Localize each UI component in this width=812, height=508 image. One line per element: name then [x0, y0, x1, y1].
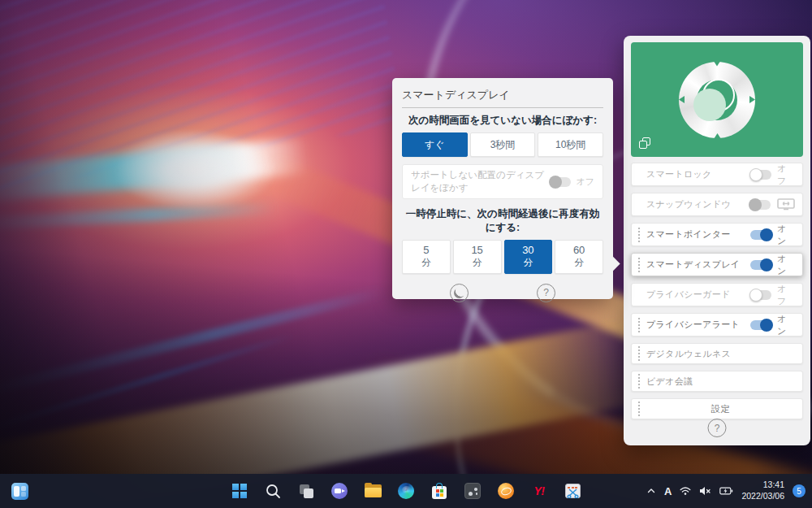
blur-option-3s[interactable]: 3秒間 — [470, 132, 536, 157]
blur-delay-heading: 次の時間画面を見ていない場合にぼかす: — [402, 114, 603, 127]
ime-indicator[interactable]: A — [664, 485, 672, 497]
drag-handle[interactable] — [637, 228, 641, 242]
dual-display-icon — [777, 198, 795, 211]
resume-option-30min[interactable]: 30 分 — [504, 240, 553, 274]
chat-icon — [331, 483, 348, 499]
utility-app-icon — [464, 483, 481, 499]
task-view-icon — [298, 483, 314, 499]
drag-handle[interactable] — [637, 258, 641, 272]
row-video-conference[interactable]: ビデオ会議 — [631, 371, 803, 392]
orange-app-icon — [498, 483, 514, 499]
smart-display-flyout: スマートディスプレイ 次の時間画面を見ていない場合にぼかす: すぐ 3秒間 10… — [392, 78, 613, 299]
store-bag-icon — [432, 486, 447, 499]
orange-app-button[interactable] — [496, 481, 516, 501]
taskbar: Y! A — [0, 474, 812, 508]
snap-window-toggle[interactable] — [749, 200, 771, 210]
blur-delay-options: すぐ 3秒間 10秒間 — [402, 132, 603, 157]
drag-handle[interactable] — [637, 374, 641, 389]
file-explorer-button[interactable] — [363, 481, 382, 501]
taskbar-clock[interactable]: 13:41 2022/03/06 — [741, 480, 784, 501]
volume-button[interactable] — [699, 486, 711, 496]
battery-button[interactable] — [719, 486, 733, 496]
unsupported-display-state: オフ — [576, 176, 594, 188]
snipping-tool-button[interactable] — [563, 481, 582, 501]
resume-delay-options: 5 分 15 分 30 分 60 分 — [402, 240, 603, 274]
row-privacy-alert[interactable]: プライバシーアラート オン — [631, 313, 803, 336]
yahoo-icon: Y! — [534, 484, 545, 497]
panel-header-card — [631, 42, 803, 157]
smart-pointer-toggle[interactable] — [750, 230, 771, 240]
volume-muted-icon — [699, 486, 711, 496]
snipping-tool-icon — [565, 484, 581, 498]
flyout-footer: ? — [402, 284, 603, 302]
wifi-icon — [680, 486, 691, 496]
unsupported-display-toggle[interactable] — [550, 177, 571, 187]
battery-charging-icon — [719, 486, 733, 496]
microsoft-store-button[interactable] — [430, 481, 449, 501]
resume-option-5min[interactable]: 5 分 — [402, 240, 451, 274]
copy-stack-icon[interactable] — [639, 137, 651, 150]
task-view-button[interactable] — [296, 481, 316, 501]
row-settings[interactable]: 設定 — [631, 398, 803, 419]
blur-option-10s[interactable]: 10秒間 — [538, 132, 603, 157]
app-logo-icon — [679, 62, 755, 138]
flyout-title: スマートディスプレイ — [402, 86, 603, 102]
desktop: スマートディスプレイ 次の時間画面を見ていない場合にぼかす: すぐ 3秒間 10… — [0, 0, 812, 508]
smart-lock-toggle[interactable] — [750, 170, 771, 180]
taskbar-center-icons: Y! — [230, 481, 582, 501]
folder-icon — [365, 484, 382, 497]
start-button[interactable] — [230, 481, 249, 501]
widgets-button[interactable] — [10, 481, 29, 501]
chat-button[interactable] — [330, 481, 349, 501]
clock-time: 13:41 — [741, 480, 784, 491]
blur-option-immediate[interactable]: すぐ — [402, 132, 468, 157]
notification-badge[interactable]: 5 — [793, 484, 806, 497]
yahoo-button[interactable]: Y! — [529, 481, 549, 501]
chevron-up-icon — [646, 486, 656, 496]
row-privacy-guard[interactable]: プライバシーガード オフ — [631, 283, 803, 306]
system-tray: A — [646, 474, 806, 508]
row-smart-pointer[interactable]: スマートポインター オン — [631, 223, 803, 246]
privacy-alert-toggle[interactable] — [750, 320, 771, 330]
tray-overflow-button[interactable] — [646, 486, 656, 496]
widgets-icon — [11, 483, 28, 500]
edge-icon — [398, 483, 414, 499]
utility-app-button[interactable] — [463, 481, 482, 501]
unsupported-display-card: サポートしない配置のディスプレイをぼかす オフ — [402, 164, 603, 199]
unsupported-display-label: サポートしない配置のディスプレイをぼかす — [411, 169, 550, 194]
smart-display-toggle[interactable] — [750, 260, 771, 270]
search-button[interactable] — [263, 481, 283, 501]
moon-icon — [454, 288, 464, 298]
resume-option-60min[interactable]: 60 分 — [555, 240, 603, 274]
privacy-guard-toggle[interactable] — [750, 290, 771, 300]
help-icon[interactable]: ? — [537, 284, 555, 302]
drag-handle[interactable] — [637, 318, 641, 332]
row-smart-display[interactable]: スマートディスプレイ オン — [631, 253, 803, 276]
glance-feature-panel: スマートロック オフ スナップウィンドウ スマートポインター オン — [624, 36, 810, 445]
resume-delay-heading: 一時停止時に、次の時間経過後に再度有効にする: — [402, 207, 603, 234]
divider — [402, 107, 603, 108]
windows-start-icon — [232, 484, 247, 498]
drag-handle[interactable] — [637, 402, 641, 416]
edge-button[interactable] — [396, 481, 416, 501]
row-smart-lock[interactable]: スマートロック オフ — [631, 163, 803, 186]
row-digital-wellness[interactable]: デジタルウェルネス — [631, 343, 803, 364]
clock-date: 2022/03/06 — [741, 491, 784, 502]
feature-rows: スマートロック オフ スナップウィンドウ スマートポインター オン — [631, 163, 803, 419]
drag-handle[interactable] — [637, 346, 641, 361]
row-snap-window[interactable]: スナップウィンドウ — [631, 193, 803, 216]
resume-option-15min[interactable]: 15 分 — [453, 240, 502, 274]
search-icon — [266, 484, 281, 499]
wifi-button[interactable] — [680, 486, 691, 496]
night-mode-icon[interactable] — [450, 284, 469, 302]
panel-help-icon[interactable]: ? — [708, 419, 727, 437]
